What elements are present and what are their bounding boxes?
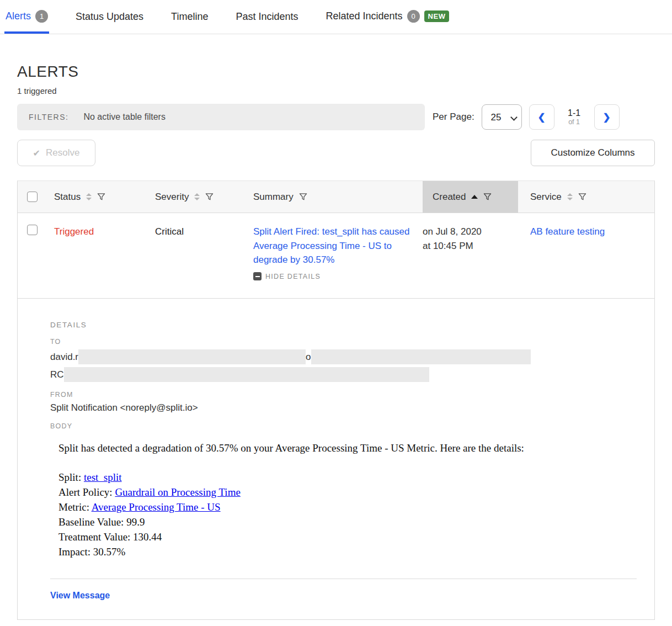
redacted-text [64,367,429,382]
spacer [58,456,647,470]
created-date: on Jul 8, 2020 [423,225,510,239]
chevron-right-icon: ❯ [602,112,610,123]
sort-icon[interactable] [86,193,92,200]
email-field-metric: Metric: Average Processing Time - US [58,500,647,515]
tab-alerts[interactable]: Alerts 1 [4,10,49,34]
hide-details-toggle[interactable]: HIDE DETAILS [253,272,415,282]
email-field-split: Split: test_split [58,470,647,485]
to-value-line2: RC [50,367,647,382]
column-header-created-label: Created [433,192,466,203]
service-link[interactable]: AB feature testing [530,226,605,237]
collapse-icon [253,272,262,280]
tab-past-incidents-label: Past Incidents [236,11,298,23]
created-cell: on Jul 8, 2020 at 10:45 PM [423,225,518,282]
page-range-current: 1-1 [562,108,587,118]
to-text: RC [50,369,64,380]
view-message-link[interactable]: View Message [50,591,110,601]
tab-status-updates[interactable]: Status Updates [74,11,145,34]
status-badge: Triggered [54,225,155,282]
select-all-checkbox[interactable] [27,192,38,202]
alert-details-panel: DETAILS TO david.ro RC FROM Split Notifi… [18,299,654,619]
per-page-select-wrap: 25 [482,104,522,130]
to-text: david.r [50,352,78,363]
controls-row: FILTERS: No active table filters Per Pag… [17,104,655,130]
email-body: Split has detected a degradation of 30.5… [58,441,647,560]
filter-icon[interactable] [97,193,105,201]
alerts-table: Status Severity Summary Created [17,181,655,620]
row-checkbox-cell [18,225,54,282]
created-time: at 10:45 PM [423,239,510,253]
customize-columns-button[interactable]: Customize Columns [531,140,655,166]
email-intro: Split has detected a degradation of 30.5… [58,441,647,456]
service-cell: AB feature testing [518,225,654,282]
column-header-created[interactable]: Created [423,181,518,213]
buttons-row: ✔ Resolve Customize Columns [17,140,655,166]
summary-cell: Split Alert Fired: test_split has caused… [253,225,423,282]
per-page-label: Per Page: [433,112,474,123]
body-label: BODY [50,422,647,430]
column-header-status-label: Status [54,192,81,203]
column-header-summary[interactable]: Summary [253,181,423,213]
alerts-count-badge: 1 [35,10,48,23]
tab-related-incidents-label: Related Incidents [326,10,403,22]
tab-alerts-label: Alerts [6,10,31,22]
customize-columns-label: Customize Columns [551,147,634,158]
sort-icon[interactable] [194,193,200,200]
column-header-status[interactable]: Status [54,181,155,213]
summary-link[interactable]: Split Alert Fired: test_split has caused… [253,226,409,265]
column-header-summary-label: Summary [253,192,294,203]
triggered-count: 1 triggered [17,86,655,96]
per-page-select[interactable]: 25 [482,104,522,130]
email-field-alert-policy: Alert Policy: Guardrail on Processing Ti… [58,485,647,500]
table-header-row: Status Severity Summary Created [18,181,654,213]
tab-past-incidents[interactable]: Past Incidents [234,11,299,34]
tab-timeline[interactable]: Timeline [170,11,209,34]
alert-policy-link[interactable]: Guardrail on Processing Time [115,486,240,498]
sort-icon[interactable] [567,193,573,200]
to-label: TO [50,338,647,346]
pagination: Per Page: 25 ❮ 1-1 of 1 ❯ [433,104,620,130]
chevron-left-icon: ❮ [537,112,545,123]
page-range: 1-1 of 1 [562,108,587,126]
details-section-label: DETAILS [50,321,647,329]
email-field-treatment: Treatment Value: 130.44 [58,530,647,545]
redacted-text [311,349,531,364]
column-header-service[interactable]: Service [518,181,654,213]
related-incidents-count-badge: 0 [407,10,420,23]
filter-icon[interactable] [483,193,492,201]
header-checkbox-cell [18,181,54,213]
filter-icon[interactable] [299,193,307,201]
filters-bar[interactable]: FILTERS: No active table filters [17,104,425,130]
divider [50,579,637,579]
page-title: ALERTS [17,63,655,81]
tab-timeline-label: Timeline [171,11,208,23]
column-header-severity-label: Severity [155,192,189,203]
column-header-service-label: Service [530,192,562,203]
table-row: Triggered Critical Split Alert Fired: te… [18,213,654,299]
filters-label: FILTERS: [29,113,68,121]
sort-ascending-icon[interactable] [471,195,478,199]
to-value-line1: david.ro [50,349,647,364]
resolve-button[interactable]: ✔ Resolve [17,140,95,166]
tab-bar: Alerts 1 Status Updates Timeline Past In… [0,0,672,34]
prev-page-button[interactable]: ❮ [529,104,554,130]
tab-related-incidents[interactable]: Related Incidents 0 NEW [325,10,451,34]
column-header-severity[interactable]: Severity [155,181,253,213]
alerts-page: Alerts 1 Status Updates Timeline Past In… [0,0,672,626]
row-checkbox[interactable] [27,225,38,235]
email-field-impact: Impact: 30.57% [58,545,647,560]
metric-link[interactable]: Average Processing Time - US [92,501,221,513]
filter-icon[interactable] [205,193,214,201]
filter-icon[interactable] [578,193,586,201]
new-feature-badge: NEW [424,10,450,22]
to-text: o [306,352,311,363]
email-field-baseline: Baseline Value: 99.9 [58,515,647,530]
split-link[interactable]: test_split [84,471,122,483]
from-value: Split Notification <noreply@split.io> [50,402,647,413]
redacted-text [78,349,306,364]
tab-status-updates-label: Status Updates [76,11,143,23]
next-page-button[interactable]: ❯ [594,104,620,130]
page-range-total: of 1 [562,118,587,126]
resolve-button-label: Resolve [46,147,79,158]
hide-details-label: HIDE DETAILS [265,272,321,282]
